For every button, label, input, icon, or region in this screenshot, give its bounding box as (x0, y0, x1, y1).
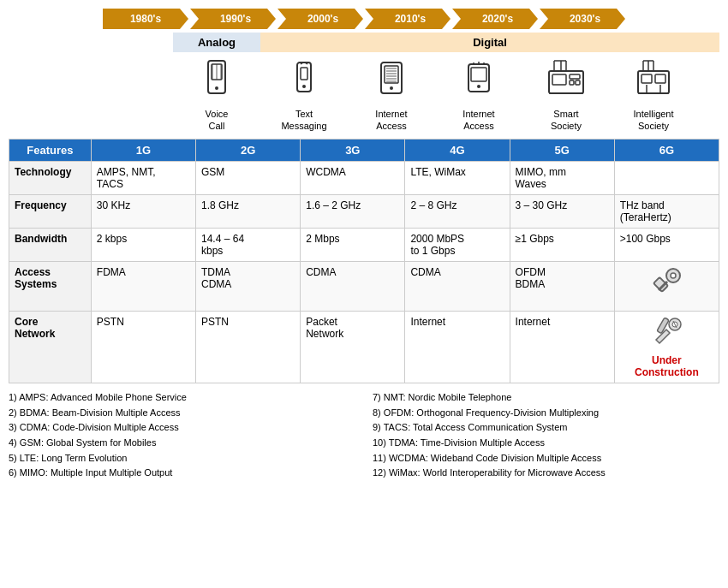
feature-label: CoreNetwork (9, 312, 92, 383)
timeline-decade-3: 2000's (277, 9, 363, 29)
table-cell: 2 – 8 GHz (405, 195, 510, 229)
feature-label: AccessSystems (9, 262, 92, 312)
table-header-1g: 1G (91, 140, 195, 162)
footnotes: 1) AMPS: Advanced Mobile Phone Service2)… (9, 390, 719, 481)
footnote-item: 9) TACS: Total Access Communication Syst… (373, 420, 719, 436)
analog-era-label: Analog (173, 33, 260, 52)
feature-label: Bandwidth (9, 229, 92, 262)
generation-icon-label-4g: InternetAccess (437, 108, 521, 133)
table-cell: Under Construction (614, 312, 719, 383)
table-cell: 2 Mbps (301, 229, 405, 262)
digital-era-label: Digital (260, 33, 719, 52)
footnote-item: 11) WCDMA: Wideband Code Division Multip… (373, 451, 719, 466)
timeline-decade-1: 1980's (103, 9, 188, 29)
table-cell: 2000 MbPSto 1 Gbps (405, 229, 510, 262)
table-cell: CDMA (301, 262, 405, 312)
footnote-item: 10) TDMA: Time-Division Multiple Access (373, 436, 719, 451)
icon-cell-3g: InternetAccess (348, 56, 435, 135)
table-cell: WCDMA (301, 162, 405, 195)
feature-label: Technology (9, 162, 92, 195)
table-cell: FDMA (91, 262, 195, 312)
footnote-item: 8) OFDM: Orthogonal Frequency-Division M… (373, 406, 719, 421)
table-header-4g: 4G (405, 140, 510, 162)
generation-icon-label-1g: VoiceCall (175, 108, 259, 133)
generation-icon-label-6g: IntelligentSociety (612, 108, 695, 133)
table-cell: Internet (510, 312, 614, 383)
icon-cell-5g: SmartSociety (522, 56, 610, 135)
table-cell: OFDMBDMA (510, 262, 614, 312)
svg-point-20 (477, 85, 480, 88)
svg-rect-7 (301, 68, 307, 80)
table-cell: TDMACDMA (196, 262, 301, 312)
footnote-item: 1) AMPS: Advanced Mobile Phone Service (9, 390, 355, 406)
svg-rect-35 (641, 74, 652, 83)
table-header-2g: 2G (196, 140, 301, 162)
generation-icon-label-5g: SmartSociety (524, 108, 608, 133)
table-cell: PSTN (196, 312, 301, 383)
generation-icon-label-2g: TextMessaging (262, 108, 346, 133)
table-cell: >100 Gbps (614, 229, 719, 262)
footnote-item: 12) WiMax: World Interoperability for Mi… (373, 466, 719, 481)
main-table: Features1G2G3G4G5G6G TechnologyAMPS, NMT… (9, 139, 719, 383)
table-row: TechnologyAMPS, NMT,TACSGSMWCDMALTE, WiM… (9, 162, 719, 195)
timeline-decade-6: 2030's (540, 9, 625, 29)
wrench-tools-icon (620, 316, 713, 353)
table-header-6g: 6G (614, 140, 719, 162)
svg-rect-36 (655, 74, 665, 83)
svg-rect-28 (576, 80, 580, 85)
table-header-5g: 5G (510, 140, 614, 162)
table-cell: THz band(TeraHertz) (614, 195, 719, 229)
icon-cell-6g: IntelligentSociety (610, 56, 697, 135)
svg-rect-27 (570, 80, 574, 85)
svg-rect-26 (570, 74, 580, 79)
footnote-item: 2) BDMA: Beam-Division Multiple Access (9, 406, 355, 421)
table-row: Frequency30 KHz1.8 GHz1.6 – 2 GHz2 – 8 G… (9, 195, 719, 229)
wrench-icon (620, 266, 713, 305)
footnote-item: 3) CDMA: Code-Division Multiple Access (9, 420, 355, 436)
timeline-decade-2: 1990's (190, 9, 276, 29)
timeline-row: 1980's1990's2000's2010's2020's2030's (9, 9, 719, 29)
table-cell: AMPS, NMT,TACS (91, 162, 195, 195)
svg-point-46 (671, 273, 676, 278)
svg-rect-25 (552, 74, 566, 85)
table-header-features: Features (9, 140, 92, 162)
footnote-item: 6) MIMO: Multiple Input Multiple Output (9, 466, 355, 481)
table-row: Bandwidth2 kbps14.4 – 64kbps2 Mbps2000 M… (9, 229, 719, 262)
generation-icon-label-3g: InternetAccess (349, 108, 433, 133)
svg-point-17 (390, 86, 393, 90)
era-header: Analog Digital (9, 33, 719, 52)
timeline-decade-5: 2020's (452, 9, 538, 29)
icon-cell-2g: TextMessaging (260, 56, 348, 135)
table-cell: MIMO, mmWaves (510, 162, 614, 195)
table-cell: GSM (196, 162, 301, 195)
table-row: AccessSystemsFDMATDMACDMACDMACDMAOFDMBDM… (9, 262, 719, 312)
icon-row: VoiceCallTextMessagingInternetAccessInte… (9, 56, 719, 135)
under-construction-text: Under Construction (620, 354, 713, 378)
footnotes-right: 7) NMT: Nordic Mobile Telephone8) OFDM: … (373, 390, 719, 481)
table-cell: 30 KHz (91, 195, 195, 229)
svg-point-8 (302, 85, 306, 88)
footnote-item: 4) GSM: Global System for Mobiles (9, 436, 355, 451)
table-cell: PacketNetwork (301, 312, 405, 383)
table-cell: LTE, WiMax (405, 162, 510, 195)
table-cell: CDMA (405, 262, 510, 312)
svg-point-2 (215, 86, 218, 90)
table-cell (614, 262, 719, 312)
icon-cell-4g: InternetAccess (435, 56, 522, 135)
table-cell (614, 162, 719, 195)
table-cell: 2 kbps (91, 229, 195, 262)
table-cell: 3 – 30 GHz (510, 195, 614, 229)
footnote-item: 5) LTE: Long Term Evolution (9, 451, 355, 466)
table-cell: 1.6 – 2 GHz (301, 195, 405, 229)
table-cell: 14.4 – 64kbps (196, 229, 301, 262)
table-cell: PSTN (91, 312, 195, 383)
footnote-item: 7) NMT: Nordic Mobile Telephone (373, 390, 719, 406)
table-header-3g: 3G (301, 140, 405, 162)
timeline-decade-4: 2010's (365, 9, 451, 29)
footnotes-left: 1) AMPS: Advanced Mobile Phone Service2)… (9, 390, 355, 481)
svg-rect-19 (471, 68, 486, 81)
table-cell: Internet (405, 312, 510, 383)
table-cell: 1.8 GHz (196, 195, 301, 229)
icon-cell-1g: VoiceCall (173, 56, 260, 135)
table-cell: ≥1 Gbps (510, 229, 614, 262)
